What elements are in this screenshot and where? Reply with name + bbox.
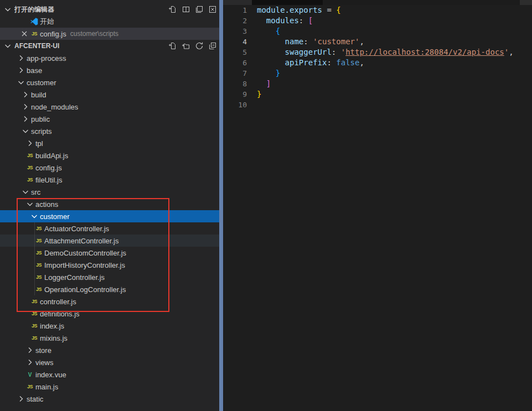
code-line[interactable]: swaggerUrl: 'http://localhost:28084/v2/a…	[257, 47, 514, 58]
tree-item[interactable]: Vindex.vue	[0, 368, 223, 381]
tree-item-label: store	[35, 346, 51, 355]
tree-item[interactable]: customer	[0, 210, 223, 222]
editor-tab[interactable]	[252, 0, 323, 5]
tree-item[interactable]: JSmain.js	[0, 381, 223, 393]
editor-pane: 12345678910 module.exports = { modules: …	[223, 0, 532, 411]
tree-item[interactable]: JSfileUtil.js	[0, 174, 223, 186]
open-editors-header[interactable]: 打开的编辑器	[0, 3, 223, 15]
js-file-icon: JS	[30, 309, 39, 318]
code-token: :	[332, 48, 341, 56]
tree-item[interactable]: app-process	[0, 52, 223, 64]
tree-item[interactable]: JSbuildApi.js	[0, 149, 223, 162]
tree-item-label: LoggerController.js	[44, 273, 105, 282]
open-editor-item[interactable]: 开始	[0, 15, 223, 28]
chevron-down-icon	[3, 5, 12, 14]
tree-item-label: fileUtil.js	[35, 176, 62, 184]
tree-item-label: DemoCustomController.js	[44, 249, 126, 257]
tree-item[interactable]: JSOperationLogController.js	[0, 283, 223, 295]
tree-item[interactable]: src	[0, 186, 223, 198]
tree-item[interactable]: public	[0, 113, 223, 125]
close-icon[interactable]	[20, 29, 29, 38]
code-line[interactable]: }	[257, 89, 514, 100]
code-token: ,	[509, 48, 513, 56]
code-token: '	[341, 48, 345, 56]
tree-item[interactable]: JSmixins.js	[0, 332, 223, 344]
chevron-right-icon	[21, 115, 30, 123]
tree-item[interactable]: JSImportHistoryController.js	[0, 259, 223, 271]
code-line[interactable]: {	[257, 26, 514, 37]
line-number: 6	[223, 58, 247, 68]
tree-item[interactable]: customer	[0, 76, 223, 89]
code-token: }	[257, 69, 280, 77]
chevron-down-icon	[21, 188, 30, 196]
tree-item-label: node_modules	[31, 103, 78, 111]
chevron-right-icon	[25, 358, 34, 367]
tree-item[interactable]: JSDemoCustomController.js	[0, 247, 223, 259]
js-file-icon: JS	[25, 175, 34, 184]
tree-item[interactable]: JSActuatorController.js	[0, 222, 223, 235]
code-line[interactable]: }	[257, 68, 514, 79]
code-line[interactable]: ]	[257, 79, 514, 89]
tree-item[interactable]: tpl	[0, 137, 223, 149]
code-line[interactable]: module.exports = {	[257, 5, 514, 15]
collapse-folders-icon[interactable]	[206, 40, 219, 51]
tree-item-label: actions	[35, 200, 58, 209]
tree-item[interactable]: JSLoggerController.js	[0, 271, 223, 283]
line-number: 9	[223, 89, 247, 100]
split-editor-icon[interactable]	[180, 4, 192, 15]
tree-item-label: config.js	[35, 164, 62, 172]
tree-item-label: customer	[40, 212, 69, 221]
code-token: =	[322, 6, 336, 14]
tree-item-label: ActuatorController.js	[44, 225, 109, 233]
tree-item[interactable]: base	[0, 64, 223, 76]
tree-item[interactable]: views	[0, 356, 223, 368]
js-file-icon: JS	[34, 248, 43, 257]
refresh-explorer-icon[interactable]	[193, 40, 205, 51]
tree-item[interactable]: JSdefinitions.js	[0, 308, 223, 320]
tree-item[interactable]: static	[0, 393, 223, 405]
js-file-icon: JS	[34, 261, 43, 269]
indent-guide	[34, 222, 35, 295]
vue-file-icon: V	[25, 370, 34, 379]
line-number-gutter: 12345678910	[223, 5, 247, 110]
code-token: {	[336, 6, 340, 14]
tree-item-label: build	[31, 91, 46, 99]
new-file-icon[interactable]	[167, 40, 179, 51]
url-link[interactable]: http://localhost:28084/v2/api-docs	[345, 48, 504, 56]
explorer-root-header[interactable]: AFCENTER-UI	[0, 40, 223, 52]
close-all-editors-icon[interactable]	[206, 4, 219, 15]
editor-tab-bar[interactable]	[223, 0, 532, 5]
open-editors-list: 开始JSconfig.jscustomer\scripts	[0, 15, 223, 40]
tree-item[interactable]: JScontroller.js	[0, 295, 223, 308]
code-line[interactable]: modules: [	[257, 15, 514, 26]
js-file-icon: JS	[30, 334, 39, 342]
tree-item[interactable]: JSindex.js	[0, 320, 223, 332]
code-editor[interactable]: 12345678910 module.exports = { modules: …	[223, 5, 532, 110]
save-all-icon[interactable]	[193, 4, 205, 15]
code-line[interactable]: name: 'customer',	[257, 37, 514, 47]
tree-item-label: OperationLogController.js	[44, 285, 126, 294]
new-folder-icon[interactable]	[180, 40, 192, 51]
tree-item[interactable]: actions	[0, 198, 223, 210]
line-number: 8	[223, 79, 247, 89]
code-token: apiPrefix	[257, 58, 327, 67]
code-line[interactable]	[257, 100, 514, 110]
code-token: :	[327, 58, 336, 67]
code-line[interactable]: apiPrefix: false,	[257, 58, 514, 68]
tree-item[interactable]: build	[0, 89, 223, 101]
chevron-right-icon	[17, 394, 25, 403]
tree-item[interactable]: JSAttachmentController.js	[0, 235, 223, 247]
code-token: ]	[257, 79, 271, 88]
sidebar-resize-sash[interactable]	[219, 0, 223, 411]
tree-item[interactable]: scripts	[0, 125, 223, 137]
js-file-icon: JS	[25, 382, 34, 391]
tree-item[interactable]: JSconfig.js	[0, 162, 223, 174]
open-editor-item[interactable]: JSconfig.jscustomer\scripts	[0, 28, 223, 40]
open-editor-label: 开始	[40, 17, 54, 27]
new-untitled-file-icon[interactable]	[167, 4, 179, 15]
tree-item[interactable]: node_modules	[0, 101, 223, 113]
tree-item[interactable]: store	[0, 344, 223, 356]
chevron-right-icon	[25, 139, 34, 148]
tree-item-label: customer	[27, 79, 56, 87]
code-lines: module.exports = { modules: [ { name: 'c…	[247, 5, 514, 110]
